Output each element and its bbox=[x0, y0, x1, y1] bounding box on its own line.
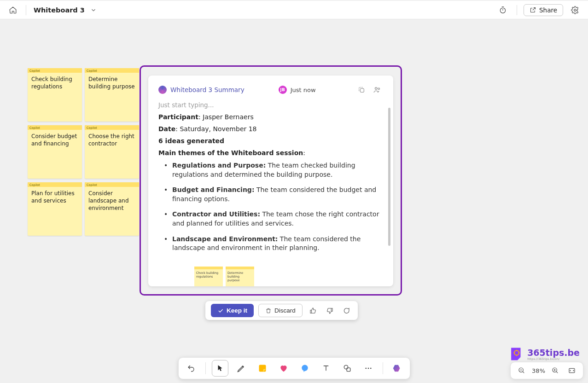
discard-button[interactable]: Discard bbox=[258, 304, 303, 317]
check-icon bbox=[217, 308, 224, 314]
sticky-note[interactable]: Copilot Plan for utilities and services bbox=[28, 182, 82, 236]
note-tag: Copilot bbox=[28, 125, 82, 130]
copilot-tool[interactable] bbox=[390, 360, 405, 376]
thumbs-down-button[interactable] bbox=[324, 305, 336, 317]
share-label: Share bbox=[539, 6, 557, 14]
theme-item: Landscape and Environment: The team cons… bbox=[160, 235, 383, 253]
mini-note: Determine building purpose bbox=[226, 267, 254, 286]
shapes-tool[interactable] bbox=[339, 360, 355, 376]
summary-body: Participant: Jasper Bernaers Date: Satur… bbox=[158, 113, 383, 253]
separator bbox=[383, 362, 383, 374]
svg-point-9 bbox=[365, 368, 367, 369]
sticky-note[interactable]: Copilot Check building regulations bbox=[28, 68, 82, 122]
undo-icon bbox=[187, 364, 195, 372]
sticky-note[interactable]: Copilot Determine building purpose bbox=[85, 68, 139, 122]
settings-button[interactable] bbox=[568, 3, 582, 17]
watermark-sub: https://365tips.be/en/ bbox=[527, 358, 580, 361]
date-label: Date bbox=[158, 125, 175, 133]
mini-note: Check building regulations bbox=[194, 267, 223, 286]
share-people-button[interactable] bbox=[371, 84, 383, 96]
zoom-level: 38% bbox=[532, 367, 545, 374]
cursor-icon bbox=[216, 364, 224, 372]
document-title[interactable]: Whiteboard 3 bbox=[34, 6, 85, 14]
separator bbox=[517, 5, 517, 15]
theme-item: Regulations and Purpose: The team checke… bbox=[160, 161, 383, 179]
timer-icon bbox=[499, 6, 507, 14]
sticky-icon bbox=[258, 364, 267, 373]
text-icon bbox=[322, 364, 330, 372]
note-tag: Copilot bbox=[85, 182, 139, 187]
sticky-note[interactable]: Copilot Choose the right contractor bbox=[85, 125, 139, 179]
svg-point-1 bbox=[574, 9, 576, 11]
home-button[interactable] bbox=[6, 3, 20, 17]
copilot-icon bbox=[392, 363, 402, 373]
comment-button[interactable] bbox=[340, 305, 352, 317]
pen-icon bbox=[237, 364, 246, 373]
theme-item: Contractor and Utilities: The team chose… bbox=[160, 210, 383, 228]
zoom-in-button[interactable] bbox=[549, 364, 562, 377]
svg-point-7 bbox=[344, 365, 348, 369]
copilot-icon bbox=[158, 86, 167, 94]
svg-point-3 bbox=[375, 87, 378, 90]
thumbs-up-icon bbox=[309, 307, 317, 314]
sticky-note[interactable]: Copilot Consider budget and financing bbox=[28, 125, 82, 179]
thumbs-up-button[interactable] bbox=[307, 305, 319, 317]
svg-point-11 bbox=[370, 368, 371, 369]
ink-tool[interactable] bbox=[233, 360, 249, 376]
sticky-tool[interactable] bbox=[255, 360, 270, 376]
reaction-tool[interactable] bbox=[276, 360, 291, 376]
more-tools[interactable] bbox=[361, 360, 376, 376]
author-avatar: JB bbox=[279, 86, 287, 94]
share-button[interactable]: Share bbox=[524, 4, 563, 16]
keep-button[interactable]: Keep it bbox=[211, 304, 254, 317]
text-tool[interactable] bbox=[318, 360, 334, 376]
summary-timestamp: Just now bbox=[291, 87, 316, 93]
shapes-icon bbox=[343, 364, 352, 373]
undo-button[interactable] bbox=[183, 360, 199, 376]
home-icon bbox=[9, 6, 17, 14]
participant-value: Jasper Bernaers bbox=[203, 113, 254, 121]
typing-hint: Just start typing... bbox=[158, 101, 383, 109]
svg-rect-2 bbox=[360, 88, 364, 92]
pointer-tool[interactable] bbox=[212, 360, 228, 376]
watermark-icon bbox=[509, 346, 524, 362]
date-value: Saturday, November 18 bbox=[180, 125, 256, 133]
comment-tool[interactable] bbox=[297, 360, 313, 376]
heart-icon bbox=[279, 364, 288, 373]
scrollbar-thumb[interactable] bbox=[388, 108, 390, 246]
chat-icon bbox=[343, 307, 350, 314]
canvas[interactable]: Copilot Check building regulations Copil… bbox=[0, 19, 588, 383]
zoom-controls: 38% bbox=[510, 362, 583, 379]
watermark: 365tips.be https://365tips.be/en/ bbox=[509, 346, 580, 362]
chat-bubble-icon bbox=[300, 364, 309, 373]
svg-point-4 bbox=[378, 88, 380, 90]
separator bbox=[26, 5, 26, 15]
zoom-out-icon bbox=[518, 367, 525, 374]
ideas-generated: 6 ideas generated bbox=[158, 137, 224, 145]
separator bbox=[205, 362, 206, 374]
bottom-toolbar bbox=[178, 357, 410, 379]
zoom-in-icon bbox=[552, 367, 559, 374]
title-dropdown[interactable] bbox=[90, 7, 97, 13]
svg-point-10 bbox=[367, 368, 369, 369]
share-icon bbox=[530, 6, 536, 13]
summary-title: Whiteboard 3 Summary bbox=[170, 86, 245, 93]
discard-label: Discard bbox=[274, 307, 296, 314]
watermark-brand: 365tips.be bbox=[527, 348, 580, 358]
people-icon bbox=[373, 86, 381, 94]
thumbs-down-icon bbox=[326, 307, 333, 314]
themes-list: Regulations and Purpose: The team checke… bbox=[160, 161, 383, 253]
mini-preview-row: Check building regulations Determine bui… bbox=[158, 267, 383, 286]
zoom-out-button[interactable] bbox=[515, 364, 528, 377]
sticky-note[interactable]: Copilot Consider landscape and environme… bbox=[85, 182, 139, 236]
timer-button[interactable] bbox=[495, 3, 510, 17]
summary-card[interactable]: Whiteboard 3 Summary JB Just now Just st… bbox=[148, 75, 393, 286]
more-icon bbox=[364, 364, 373, 372]
note-tag: Copilot bbox=[85, 125, 139, 130]
chevron-down-icon bbox=[90, 7, 97, 13]
svg-rect-5 bbox=[259, 365, 266, 372]
note-tag: Copilot bbox=[28, 68, 82, 73]
note-tag: Copilot bbox=[85, 68, 139, 73]
fit-screen-button[interactable] bbox=[565, 364, 578, 377]
copy-button[interactable] bbox=[355, 84, 367, 96]
